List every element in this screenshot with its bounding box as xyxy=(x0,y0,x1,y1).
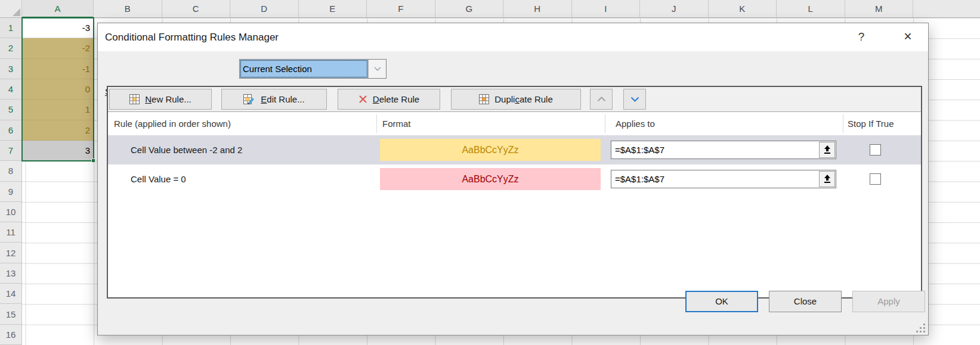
row-header-4[interactable]: 4 xyxy=(0,79,22,100)
cell-A1[interactable]: -3 xyxy=(22,18,94,38)
scope-dropdown-value: Current Selection xyxy=(240,60,368,78)
applies-to-field[interactable]: =$A$1:$A$7 xyxy=(611,170,836,188)
row-header-7[interactable]: 7 xyxy=(0,141,22,161)
col-header-applies: Applies to xyxy=(616,112,655,135)
rule-row[interactable]: Cell Value = 0AaBbCcYyZz=$A$1:$A$7 xyxy=(108,164,921,194)
cf-rules-manager-dialog: Conditional Formatting Rules Manager ? ×… xyxy=(97,23,929,335)
column-header-B[interactable]: B xyxy=(94,0,162,18)
rule-name: Cell Value = 0 xyxy=(131,164,186,194)
column-header-H[interactable]: H xyxy=(503,0,572,18)
col-header-format: Format xyxy=(382,112,411,135)
col-header-stop: Stop If True xyxy=(848,112,894,135)
delete-x-icon xyxy=(358,95,367,104)
rule-row[interactable]: Cell Value between -2 and 2AaBbCcYyZz=$A… xyxy=(108,135,921,164)
col-header-rule: Rule (applied in order shown) xyxy=(114,112,231,135)
chevron-down-icon xyxy=(630,97,639,102)
new-rule-grid-icon xyxy=(129,94,140,104)
column-header-strip xyxy=(913,0,980,18)
select-all-corner[interactable] xyxy=(0,0,22,18)
move-rule-up-button[interactable] xyxy=(590,89,613,110)
row-header-1[interactable]: 1 xyxy=(0,18,22,38)
row-header-15[interactable]: 15 xyxy=(0,304,22,324)
move-rule-down-button[interactable] xyxy=(623,89,646,110)
rule-format-preview: AaBbCcYyZz xyxy=(380,168,601,190)
row-header-14[interactable]: 14 xyxy=(0,284,22,304)
applies-to-value: =$A$1:$A$7 xyxy=(615,170,664,188)
column-header-E[interactable]: E xyxy=(299,0,367,18)
rules-list-container: New Rule... Edit Rule... Delete Rule Dup… xyxy=(107,86,922,299)
applies-to-value: =$A$1:$A$7 xyxy=(615,141,664,158)
duplicate-rule-grid-icon xyxy=(479,94,489,104)
dialog-title: Conditional Formatting Rules Manager xyxy=(105,23,279,51)
row-header-8[interactable]: 8 xyxy=(0,161,22,181)
applies-to-field[interactable]: =$A$1:$A$7 xyxy=(611,141,836,159)
scope-dropdown[interactable]: Current Selection xyxy=(239,59,387,79)
cell-A6[interactable]: 2 xyxy=(22,120,94,141)
row-header-5[interactable]: 5 xyxy=(0,100,22,120)
row-header-9[interactable]: 9 xyxy=(0,182,22,202)
row-header-6[interactable]: 6 xyxy=(0,120,22,141)
row-header-11[interactable]: 11 xyxy=(0,222,22,243)
column-header-L[interactable]: L xyxy=(777,0,845,18)
new-rule-button[interactable]: New Rule... xyxy=(109,89,212,110)
rule-format-preview: AaBbCcYyZz xyxy=(380,139,601,161)
row-header-12[interactable]: 12 xyxy=(0,243,22,263)
row-header-2[interactable]: 2 xyxy=(0,38,22,58)
excel-window: ABCDEFGHIJKLM 12345678910111213141516 -3… xyxy=(0,0,980,345)
chevron-up-icon xyxy=(597,97,606,102)
column-header-D[interactable]: D xyxy=(230,0,299,18)
column-header-F[interactable]: F xyxy=(367,0,435,18)
edit-rule-pencil-icon xyxy=(243,94,255,104)
rules-list-header: Rule (applied in order shown) Format App… xyxy=(108,112,921,135)
duplicate-rule-button[interactable]: Duplicate Rule xyxy=(451,89,581,110)
dialog-titlebar[interactable]: Conditional Formatting Rules Manager ? × xyxy=(98,23,928,51)
column-header-G[interactable]: G xyxy=(435,0,504,18)
stop-if-true-checkbox[interactable] xyxy=(870,173,881,185)
collapse-dialog-icon[interactable] xyxy=(819,142,835,158)
ok-button[interactable]: OK xyxy=(685,291,758,312)
column-header-A[interactable]: A xyxy=(22,0,94,18)
rules-toolbar: New Rule... Edit Rule... Delete Rule Dup… xyxy=(108,87,921,112)
edit-rule-button[interactable]: Edit Rule... xyxy=(221,89,327,110)
column-header-C[interactable]: C xyxy=(162,0,231,18)
delete-rule-button[interactable]: Delete Rule xyxy=(338,89,440,110)
select-all-triangle-icon xyxy=(13,8,20,16)
resize-grip[interactable] xyxy=(916,323,925,332)
row-header-3[interactable]: 3 xyxy=(0,59,22,79)
apply-button[interactable]: Apply xyxy=(852,291,925,312)
cell-A2[interactable]: -2 xyxy=(22,38,94,58)
help-icon[interactable]: ? xyxy=(849,23,873,51)
stop-if-true-checkbox[interactable] xyxy=(870,144,881,156)
row-header-16[interactable]: 16 xyxy=(0,325,22,345)
cell-A3[interactable]: -1 xyxy=(22,59,94,79)
dialog-close-icon[interactable]: × xyxy=(896,23,920,51)
column-header-K[interactable]: K xyxy=(709,0,777,18)
cell-A4[interactable]: 0 xyxy=(22,79,94,100)
cell-A7[interactable]: 3 xyxy=(22,141,94,161)
rule-name: Cell Value between -2 and 2 xyxy=(131,135,242,164)
row-header-13[interactable]: 13 xyxy=(0,263,22,284)
column-header-J[interactable]: J xyxy=(640,0,709,18)
collapse-dialog-icon[interactable] xyxy=(819,171,835,187)
chevron-down-icon[interactable] xyxy=(368,60,386,78)
cell-A5[interactable]: 1 xyxy=(22,100,94,120)
column-header-M[interactable]: M xyxy=(845,0,914,18)
row-header-10[interactable]: 10 xyxy=(0,202,22,222)
close-button[interactable]: Close xyxy=(769,291,842,312)
column-header-I[interactable]: I xyxy=(572,0,641,18)
